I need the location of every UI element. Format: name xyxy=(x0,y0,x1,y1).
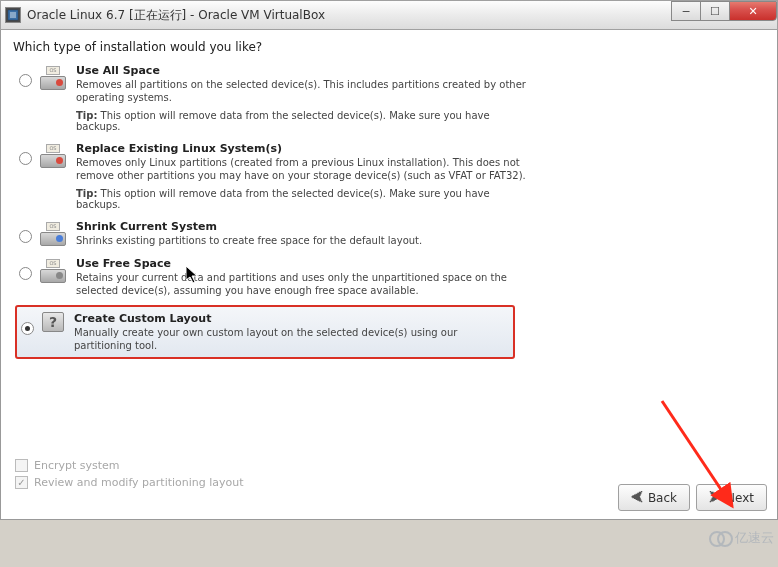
arrow-right-icon: ⮞ xyxy=(709,490,722,505)
window-titlebar: Oracle Linux 6.7 [正在运行] - Oracle VM Virt… xyxy=(0,0,778,30)
disk-icon: OS xyxy=(40,259,66,283)
encrypt-label: Encrypt system xyxy=(34,459,120,472)
next-button[interactable]: ⮞ Next xyxy=(696,484,767,511)
option-title: Use Free Space xyxy=(76,257,536,270)
option-use-free-space[interactable]: OS Use Free Space Retains your current d… xyxy=(15,255,769,303)
option-desc: Manually create your own custom layout o… xyxy=(74,326,509,352)
close-button[interactable]: ✕ xyxy=(729,1,777,21)
disk-icon: OS xyxy=(40,144,66,168)
back-button[interactable]: ⮜ Back xyxy=(618,484,690,511)
option-text: Use All Space Removes all partitions on … xyxy=(76,64,536,132)
install-type-prompt: Which type of installation would you lik… xyxy=(9,40,769,54)
wizard-nav: ⮜ Back ⮞ Next xyxy=(618,484,767,511)
window-title: Oracle Linux 6.7 [正在运行] - Oracle VM Virt… xyxy=(27,7,325,24)
install-checkboxes: Encrypt system ✓ Review and modify parti… xyxy=(15,459,244,493)
option-shrink[interactable]: OS Shrink Current System Shrinks existin… xyxy=(15,218,769,253)
option-title: Create Custom Layout xyxy=(74,312,509,325)
option-text: Replace Existing Linux System(s) Removes… xyxy=(76,142,536,210)
question-mark-icon: ? xyxy=(42,312,64,332)
radio-replace-linux[interactable] xyxy=(19,152,32,165)
option-tip: Tip: This option will remove data from t… xyxy=(76,110,536,132)
minimize-button[interactable]: ─ xyxy=(671,1,701,21)
install-options: OS Use All Space Removes all partitions … xyxy=(9,62,769,359)
encrypt-checkbox[interactable] xyxy=(15,459,28,472)
radio-use-free-space[interactable] xyxy=(19,267,32,280)
radio-custom-layout[interactable] xyxy=(21,322,34,335)
window-controls: ─ ☐ ✕ xyxy=(672,1,777,21)
option-title: Replace Existing Linux System(s) xyxy=(76,142,536,155)
watermark: 亿速云 xyxy=(709,529,774,547)
option-desc: Shrinks existing partitions to create fr… xyxy=(76,234,536,247)
disk-icon: OS xyxy=(40,66,66,90)
svg-rect-1 xyxy=(10,12,16,18)
disk-icon: OS xyxy=(40,222,66,246)
option-text: Shrink Current System Shrinks existing p… xyxy=(76,220,536,247)
option-desc: Retains your current data and partitions… xyxy=(76,271,536,297)
option-title: Shrink Current System xyxy=(76,220,536,233)
option-desc: Removes all partitions on the selected d… xyxy=(76,78,536,104)
option-text: Create Custom Layout Manually create you… xyxy=(74,312,509,352)
review-label: Review and modify partitioning layout xyxy=(34,476,244,489)
option-custom-layout[interactable]: ? Create Custom Layout Manually create y… xyxy=(15,305,515,359)
option-use-all-space[interactable]: OS Use All Space Removes all partitions … xyxy=(15,62,769,138)
watermark-cloud-icon xyxy=(709,531,731,545)
review-checkbox[interactable]: ✓ xyxy=(15,476,28,489)
arrow-left-icon: ⮜ xyxy=(631,490,644,505)
option-tip: Tip: This option will remove data from t… xyxy=(76,188,536,210)
option-replace-linux[interactable]: OS Replace Existing Linux System(s) Remo… xyxy=(15,140,769,216)
option-title: Use All Space xyxy=(76,64,536,77)
maximize-button[interactable]: ☐ xyxy=(700,1,730,21)
review-layout-row: ✓ Review and modify partitioning layout xyxy=(15,476,244,489)
virtualbox-icon xyxy=(5,7,21,23)
encrypt-system-row: Encrypt system xyxy=(15,459,244,472)
radio-use-all-space[interactable] xyxy=(19,74,32,87)
radio-shrink[interactable] xyxy=(19,230,32,243)
option-text: Use Free Space Retains your current data… xyxy=(76,257,536,297)
installer-content: Which type of installation would you lik… xyxy=(0,30,778,520)
watermark-text: 亿速云 xyxy=(735,529,774,547)
option-desc: Removes only Linux partitions (created f… xyxy=(76,156,536,182)
